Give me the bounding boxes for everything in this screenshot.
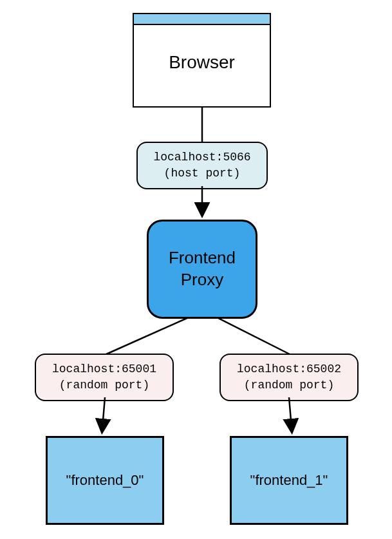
left-port-line2: (random port)	[45, 377, 163, 393]
host-port-label: localhost:5066 (host port)	[136, 142, 268, 189]
proxy-label: Frontend Proxy	[169, 247, 236, 291]
connector-host-to-proxy	[194, 186, 210, 221]
svg-line-5	[289, 397, 292, 428]
instance-right-label: "frontend_1"	[250, 472, 328, 489]
proxy-node: Frontend Proxy	[147, 220, 257, 319]
right-port-line2: (random port)	[230, 377, 348, 393]
connector-proxy-to-right	[212, 317, 303, 355]
instance-right-node: "frontend_1"	[230, 436, 348, 525]
svg-line-2	[106, 317, 190, 354]
right-port-line1: localhost:65002	[230, 361, 348, 377]
connector-browser-to-host	[200, 108, 206, 143]
left-port-line1: localhost:65001	[45, 361, 163, 377]
left-port-label: localhost:65001 (random port)	[35, 354, 174, 401]
instance-left-label: "frontend_0"	[66, 472, 144, 489]
host-port-line1: localhost:5066	[147, 149, 257, 165]
connector-proxy-to-left	[103, 317, 193, 355]
browser-node: Browser	[133, 13, 271, 108]
right-port-label: localhost:65002 (random port)	[219, 354, 359, 401]
browser-label: Browser	[169, 52, 235, 73]
connector-left-to-instance	[93, 397, 113, 437]
connector-right-to-instance	[281, 397, 301, 437]
host-port-line2: (host port)	[147, 165, 257, 182]
proxy-label-line1: Frontend Proxy	[169, 248, 236, 289]
instance-left-node: "frontend_0"	[46, 436, 164, 525]
svg-line-4	[102, 397, 105, 428]
svg-line-3	[216, 317, 290, 354]
browser-titlebar	[134, 14, 270, 25]
